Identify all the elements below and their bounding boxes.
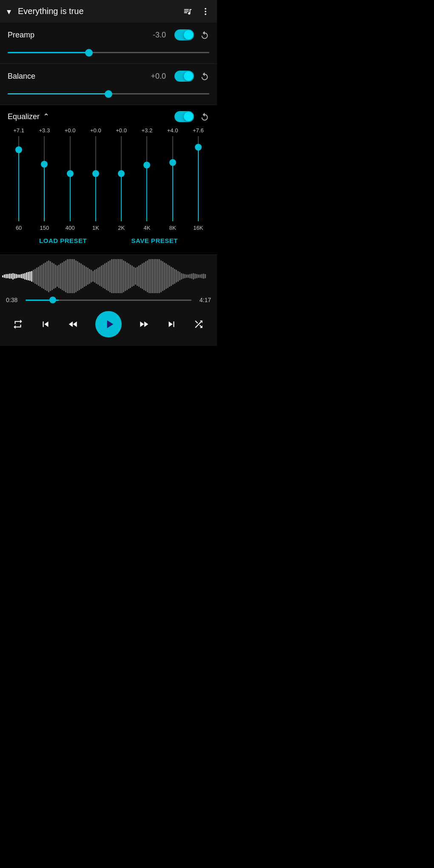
load-preset-button[interactable]: LOAD PRESET: [39, 237, 87, 244]
balance-reset-icon[interactable]: [200, 71, 209, 81]
balance-slider[interactable]: [8, 93, 209, 94]
eq-fader-track: [44, 136, 45, 221]
waveform-bar: [131, 266, 133, 287]
eq-fader-thumb[interactable]: [143, 162, 150, 168]
rewind-button[interactable]: [68, 319, 79, 330]
eq-fader-thumb[interactable]: [118, 170, 125, 177]
waveform-bar: [21, 274, 22, 278]
eq-fader-col[interactable]: [161, 136, 184, 221]
svg-point-0: [205, 8, 206, 10]
more-vert-icon[interactable]: [201, 6, 210, 17]
waveform-bar: [120, 259, 121, 293]
waveform-bar: [203, 274, 204, 279]
eq-band-value: +0.0: [58, 127, 82, 134]
eq-collapse-icon[interactable]: ⌃: [43, 112, 49, 121]
waveform-bar: [89, 269, 90, 284]
eq-fader-col[interactable]: [58, 136, 82, 221]
eq-freq-label: 8K: [161, 225, 184, 231]
balance-label: Balance: [8, 72, 145, 81]
waveform-bar: [53, 263, 54, 289]
waveform-bar: [126, 263, 128, 290]
waveform-bar: [166, 263, 167, 289]
eq-fader-thumb[interactable]: [92, 170, 99, 177]
forward-button[interactable]: [138, 319, 149, 330]
save-preset-button[interactable]: SAVE PRESET: [131, 237, 177, 244]
chevron-down-icon[interactable]: ▾: [7, 6, 11, 17]
eq-fader-thumb[interactable]: [67, 170, 74, 177]
waveform-bar: [31, 271, 32, 282]
waveform-bar: [130, 265, 131, 288]
eq-freq-label: 400: [58, 225, 82, 231]
eq-fader-thumb[interactable]: [15, 146, 22, 153]
eq-fader-fill: [172, 162, 173, 221]
waveform-bar: [12, 273, 14, 280]
queue-music-icon[interactable]: [183, 6, 192, 17]
header-actions: [183, 6, 210, 17]
eq-freq-label: 150: [33, 225, 56, 231]
waveform-bar: [155, 259, 157, 293]
waveform-bar: [51, 263, 53, 290]
waveform-bar: [40, 266, 41, 287]
waveform-bar: [82, 265, 83, 288]
eq-fader-thumb[interactable]: [195, 144, 202, 151]
waveform-bar: [70, 259, 71, 293]
waveform-bar: [2, 275, 3, 277]
waveform-bar: [34, 269, 36, 284]
waveform-bar: [189, 274, 191, 278]
eq-fader-col[interactable]: [135, 136, 159, 221]
eq-header: Equalizer ⌃: [4, 111, 213, 122]
waveform-bar: [46, 261, 48, 291]
waveform-bar: [188, 274, 189, 278]
waveform-bar: [152, 259, 153, 293]
balance-toggle[interactable]: [174, 71, 194, 82]
eq-fader-thumb[interactable]: [169, 159, 176, 166]
preamp-row: Preamp -3.0: [8, 29, 209, 40]
eq-fader-col[interactable]: [84, 136, 107, 221]
eq-fader-col[interactable]: [186, 136, 210, 221]
eq-toggle[interactable]: [174, 111, 194, 122]
waveform-bar: [196, 274, 197, 278]
waveform-bar: [63, 261, 65, 291]
svg-point-1: [205, 11, 206, 13]
waveform-bar: [69, 259, 70, 293]
balance-value: +0.0: [145, 72, 166, 81]
waveform-bar: [36, 268, 37, 285]
waveform-bar: [125, 261, 126, 291]
next-track-button[interactable]: [166, 319, 177, 330]
progress-slider[interactable]: [26, 300, 191, 301]
waveform-bar: [140, 265, 141, 288]
waveform-bar: [148, 259, 150, 293]
eq-fader-col[interactable]: [110, 136, 133, 221]
waveform-bar: [16, 274, 17, 278]
progress-row: 0:38 4:17: [0, 293, 217, 307]
preamp-toggle[interactable]: [174, 29, 194, 40]
waveform-bar: [181, 273, 182, 280]
shuffle-button[interactable]: [193, 319, 204, 330]
eq-freq-labels: 601504001K2K4K8K16K: [4, 221, 213, 231]
preamp-slider[interactable]: [8, 52, 209, 53]
eq-freq-label: 16K: [186, 225, 210, 231]
waveform-bar: [23, 274, 24, 279]
waveform-bar: [121, 259, 123, 293]
waveform-bar: [33, 270, 34, 283]
eq-fader-thumb[interactable]: [41, 161, 48, 168]
preamp-reset-icon[interactable]: [200, 30, 209, 40]
waveform-bar: [174, 269, 175, 284]
waveform-display[interactable]: [0, 259, 217, 293]
prev-track-button[interactable]: [40, 319, 51, 330]
waveform-bar: [147, 260, 148, 292]
repeat-button[interactable]: [12, 319, 23, 330]
eq-band-value: +7.6: [186, 127, 210, 134]
eq-fader-col[interactable]: [33, 136, 56, 221]
waveform-bar: [159, 259, 160, 293]
waveform-bar: [179, 272, 180, 280]
play-button[interactable]: [95, 311, 122, 337]
eq-fader-col[interactable]: [7, 136, 31, 221]
eq-reset-icon[interactable]: [200, 111, 209, 122]
eq-band-value: +7.1: [7, 127, 31, 134]
waveform-bar: [96, 269, 97, 284]
eq-fader-track: [198, 136, 199, 221]
waveform-bar: [60, 263, 61, 289]
total-time: 4:17: [196, 297, 211, 303]
waveform-bar: [157, 259, 158, 293]
